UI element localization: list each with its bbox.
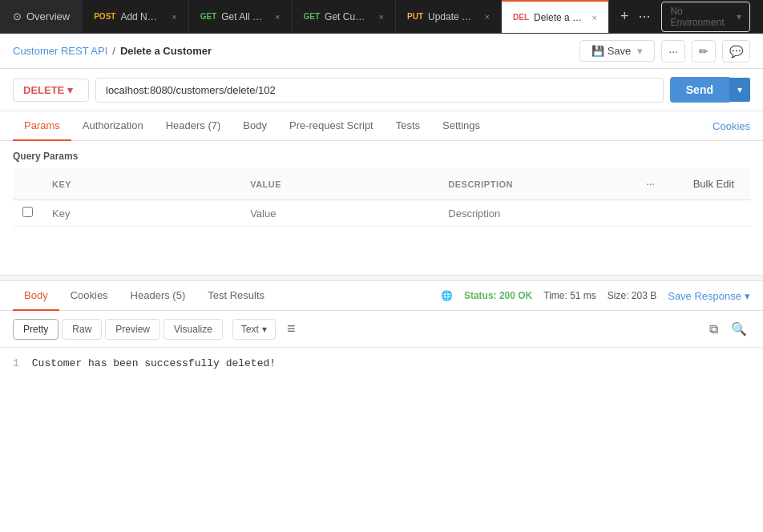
- cookies-link[interactable]: Cookies: [713, 120, 750, 132]
- tab-actions: + ···: [609, 0, 662, 33]
- save-button[interactable]: 💾 Save ▾: [579, 40, 656, 62]
- breadcrumb-parent[interactable]: Customer REST API: [13, 45, 107, 57]
- table-row: [13, 200, 750, 227]
- response-content: Customer has been successfully deleted!: [32, 357, 276, 369]
- save-response-label: Save Response: [668, 290, 741, 302]
- breadcrumb-current: Delete a Customer: [120, 45, 212, 57]
- env-chevron-icon: ▾: [737, 11, 741, 22]
- size-text: Size: 203 B: [608, 290, 656, 301]
- time-text: Time: 51 ms: [543, 290, 596, 301]
- save-response-button[interactable]: Save Response ▾: [668, 290, 750, 302]
- tab-overview[interactable]: ⊙ Overview: [0, 0, 83, 33]
- more-tabs-button[interactable]: ···: [635, 5, 653, 28]
- response-body: 1 Customer has been successfully deleted…: [0, 348, 763, 444]
- tab-method-get-custom: GET: [304, 12, 321, 21]
- more-actions-button[interactable]: ···: [661, 40, 685, 62]
- bulk-edit-button[interactable]: Bulk Edit: [687, 175, 741, 193]
- tab-method-put: PUT: [407, 12, 423, 21]
- key-input[interactable]: [52, 208, 231, 220]
- breadcrumb: Customer REST API / Delete a Customer: [13, 45, 212, 57]
- tab-tests[interactable]: Tests: [385, 111, 431, 141]
- tab-label-add: Add New C: [120, 11, 162, 22]
- tab-close-get-custom[interactable]: ×: [379, 12, 384, 22]
- value-input[interactable]: [250, 208, 429, 220]
- response-toolbar: Pretty Raw Preview Visualize Text ▾ ≡ ⧉ …: [0, 311, 763, 348]
- save-chevron-icon: ▾: [637, 45, 643, 57]
- breadcrumb-separator: /: [112, 45, 115, 57]
- tab-label-delete: Delete a Cus: [534, 12, 582, 23]
- preview-button[interactable]: Preview: [105, 319, 160, 340]
- breadcrumb-actions: 💾 Save ▾ ··· ✏ 💬: [579, 40, 750, 62]
- query-params-title: Query Params: [13, 151, 750, 162]
- add-tab-button[interactable]: +: [617, 5, 632, 28]
- params-table-header: KEY VALUE DESCRIPTION ··· Bulk Edit: [13, 168, 750, 200]
- edit-button[interactable]: ✏: [692, 40, 716, 62]
- value-column-header: VALUE: [240, 168, 438, 200]
- save-icon: 💾: [591, 45, 604, 57]
- visualize-button[interactable]: Visualize: [164, 319, 223, 340]
- tab-close-get-all[interactable]: ×: [275, 12, 280, 22]
- description-input[interactable]: [448, 208, 627, 220]
- resp-tab-test-results[interactable]: Test Results: [196, 281, 276, 311]
- tab-get-all[interactable]: GET Get All Cust ×: [189, 0, 293, 33]
- text-format-selector[interactable]: Text ▾: [232, 319, 276, 340]
- tab-label-get-custom: Get Custom: [325, 11, 369, 22]
- more-columns-icon[interactable]: ···: [646, 179, 655, 189]
- tab-bar: ⊙ Overview POST Add New C × GET Get All …: [0, 0, 763, 34]
- env-label: No Environment: [670, 6, 732, 28]
- method-selector[interactable]: DELETE ▾: [13, 79, 89, 102]
- tab-get-custom[interactable]: GET Get Custom ×: [293, 0, 396, 33]
- resp-tab-headers[interactable]: Headers (5): [119, 281, 197, 311]
- tab-update[interactable]: PUT Update a Cu ×: [396, 0, 502, 33]
- params-section: Query Params KEY VALUE DESCRIPTION ··· B…: [0, 141, 763, 227]
- key-column-header: KEY: [42, 168, 240, 200]
- tab-headers[interactable]: Headers (7): [155, 111, 232, 141]
- text-format-label: Text: [241, 324, 259, 335]
- response-status: 🌐 Status: 200 OK Time: 51 ms Size: 203 B…: [441, 290, 750, 302]
- save-label: Save: [608, 45, 632, 57]
- tab-label-get-all: Get All Cust: [221, 11, 265, 22]
- send-dropdown-button[interactable]: ▾: [729, 78, 750, 102]
- send-main-button[interactable]: Send: [670, 77, 729, 103]
- overview-icon: ⊙: [13, 10, 22, 22]
- tab-close-update[interactable]: ×: [485, 12, 490, 22]
- url-bar: DELETE ▾ Send ▾: [0, 69, 763, 111]
- tab-close-delete[interactable]: ×: [591, 13, 596, 22]
- tab-method-get-all: GET: [200, 12, 217, 21]
- resp-tab-body[interactable]: Body: [13, 281, 59, 311]
- method-chevron-icon: ▾: [67, 84, 73, 96]
- tab-pre-request[interactable]: Pre-request Script: [278, 111, 385, 141]
- filter-button[interactable]: ≡: [284, 317, 299, 341]
- send-button-group: Send ▾: [670, 77, 750, 103]
- line-number: 1: [13, 357, 19, 369]
- search-button[interactable]: 🔍: [728, 318, 750, 340]
- resp-tab-cookies[interactable]: Cookies: [59, 281, 119, 311]
- description-column-header: DESCRIPTION: [438, 168, 636, 200]
- method-label: DELETE: [23, 84, 64, 96]
- tab-body[interactable]: Body: [232, 111, 278, 141]
- save-response-chevron-icon: ▾: [745, 290, 750, 302]
- pretty-button[interactable]: Pretty: [13, 319, 59, 340]
- response-tabs: Body Cookies Headers (5) Test Results 🌐 …: [0, 281, 763, 311]
- overview-label: Overview: [26, 10, 70, 22]
- tab-authorization[interactable]: Authorization: [71, 111, 155, 141]
- tab-method-del: DEL: [513, 13, 529, 22]
- url-input[interactable]: [95, 78, 664, 103]
- text-chevron-icon: ▾: [262, 324, 267, 335]
- tab-settings[interactable]: Settings: [431, 111, 491, 141]
- tab-label-update: Update a Cu: [428, 11, 475, 22]
- tab-post-add[interactable]: POST Add New C ×: [83, 0, 189, 33]
- response-line: 1 Customer has been successfully deleted…: [13, 357, 750, 369]
- status-text: Status: 200 OK: [464, 290, 532, 301]
- raw-button[interactable]: Raw: [62, 319, 102, 340]
- copy-button[interactable]: ⧉: [706, 319, 721, 340]
- section-divider: [0, 275, 763, 281]
- tab-delete[interactable]: DEL Delete a Cus ×: [502, 0, 609, 33]
- resp-toolbar-right: ⧉ 🔍: [706, 318, 750, 340]
- tab-params[interactable]: Params: [13, 111, 71, 141]
- breadcrumb-bar: Customer REST API / Delete a Customer 💾 …: [0, 34, 763, 69]
- environment-selector[interactable]: No Environment ▾: [661, 2, 750, 32]
- tab-close-add[interactable]: ×: [172, 12, 176, 22]
- row-checkbox[interactable]: [22, 207, 33, 217]
- comment-button[interactable]: 💬: [722, 40, 750, 62]
